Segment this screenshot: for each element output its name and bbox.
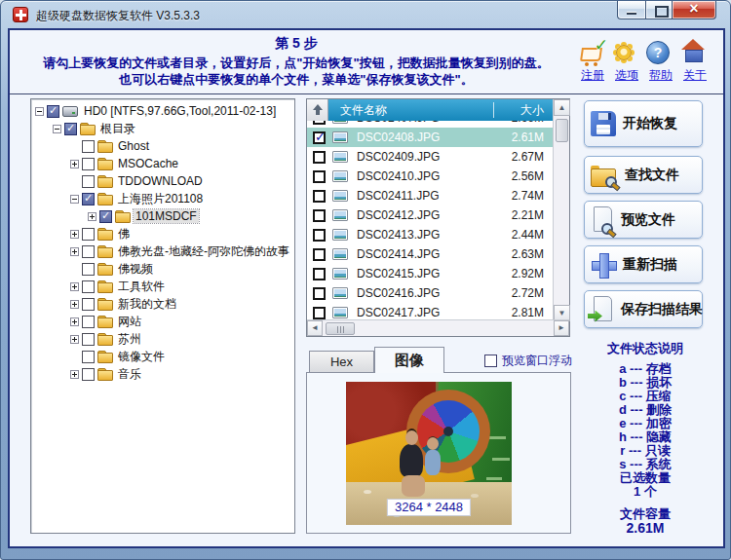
tree-checkbox[interactable] — [82, 245, 95, 258]
file-checkbox[interactable] — [313, 248, 326, 261]
expand-icon[interactable] — [88, 212, 96, 221]
tree-item[interactable]: 音乐 — [31, 365, 294, 383]
file-row[interactable]: DSC02410.JPG2.56M — [307, 167, 553, 186]
file-row[interactable]: DSC02411.JPG2.74M — [307, 186, 553, 205]
tree-checkbox[interactable] — [82, 158, 95, 170]
expand-icon[interactable] — [70, 370, 79, 379]
tree-item-label[interactable]: 佛视频 — [116, 261, 155, 278]
tree-checkbox[interactable] — [82, 351, 95, 363]
file-checkbox[interactable] — [313, 287, 326, 300]
file-row[interactable]: DSC02412.JPG2.21M — [307, 205, 553, 225]
tree-checkbox[interactable] — [82, 175, 95, 188]
tree-item-label[interactable]: Ghost — [116, 139, 151, 153]
tree-checkbox[interactable] — [82, 228, 95, 241]
tree-checkbox[interactable] — [64, 123, 77, 135]
scrollbar-thumb[interactable] — [326, 322, 355, 335]
tree-item[interactable]: 网站 — [31, 313, 294, 330]
file-row[interactable]: DSC02416.JPG2.72M — [307, 283, 553, 303]
minimize-button[interactable] — [617, 1, 645, 19]
file-checkbox[interactable] — [313, 268, 326, 280]
file-list[interactable]: 文件名称 大小 DSC02407.JPG2.66MDSC02408.JPG2.6… — [306, 98, 570, 337]
start-recovery-button[interactable]: 开始恢复 — [584, 100, 703, 147]
tree-item-label[interactable]: 镜像文件 — [116, 349, 167, 365]
expand-icon[interactable] — [70, 317, 79, 326]
tab-hex[interactable]: Hex — [309, 351, 374, 373]
tree-checkbox[interactable] — [82, 333, 95, 346]
rescan-button[interactable]: 重新扫描 — [584, 245, 703, 283]
tree-checkbox[interactable] — [82, 368, 95, 381]
tree-checkbox[interactable] — [82, 298, 95, 311]
horizontal-scrollbar[interactable]: ◄ ► — [307, 319, 569, 336]
folder-tree[interactable]: HD0 [NTFS,97.66G,Tool,2011-02-13]根目录Ghos… — [30, 98, 295, 534]
tree-checkbox[interactable] — [99, 210, 112, 223]
tree-item[interactable]: 镜像文件 — [31, 348, 294, 365]
tree-checkbox[interactable] — [82, 193, 95, 205]
help-link[interactable]: 帮助 — [645, 39, 676, 84]
tree-item-label[interactable]: 上海照片201108 — [116, 191, 205, 207]
scroll-right-icon[interactable]: ► — [554, 320, 569, 336]
tree-item-label[interactable]: 音乐 — [116, 366, 143, 383]
tree-item[interactable]: 苏州 — [31, 330, 294, 348]
register-link[interactable]: ✓注册 — [577, 39, 608, 84]
float-checkbox[interactable] — [484, 355, 497, 367]
expand-icon[interactable] — [70, 282, 79, 291]
column-header-size[interactable]: 大小 — [494, 102, 553, 119]
expand-icon[interactable] — [70, 160, 79, 168]
up-arrow-icon[interactable] — [307, 99, 328, 121]
tree-item[interactable]: 根目录 — [31, 120, 294, 137]
scroll-up-icon[interactable]: ▲ — [554, 99, 570, 116]
tree-checkbox[interactable] — [47, 105, 59, 118]
preview-file-button[interactable]: 预览文件 — [584, 201, 703, 239]
tree-checkbox[interactable] — [82, 140, 95, 153]
expand-icon[interactable] — [70, 335, 79, 344]
tree-checkbox[interactable] — [82, 263, 95, 276]
tree-item-label[interactable]: MSOCache — [116, 157, 180, 170]
expand-icon[interactable] — [70, 230, 79, 239]
collapse-icon[interactable] — [35, 107, 44, 116]
file-checkbox[interactable] — [313, 121, 326, 125]
tree-item[interactable]: 佛视频 — [31, 260, 294, 278]
tree-item-label[interactable]: 佛 — [116, 226, 132, 243]
title-bar[interactable]: 超级硬盘数据恢复软件 V3.5.3.3 — [1, 1, 730, 28]
scrollbar-thumb[interactable] — [556, 119, 568, 142]
save-scan-result-button[interactable]: 保存扫描结果 — [584, 290, 703, 328]
maximize-button[interactable] — [645, 1, 673, 19]
tree-item-label[interactable]: 佛教光盘-地藏经-阿弥陀佛的故事 — [116, 243, 291, 260]
find-file-button[interactable]: 查找文件 — [584, 156, 703, 194]
column-header-name[interactable]: 文件名称 — [328, 102, 493, 119]
file-checkbox[interactable] — [313, 151, 326, 164]
preview-float-option[interactable]: 预览窗口浮动 — [484, 353, 572, 369]
file-row[interactable]: DSC02408.JPG2.61M — [307, 128, 553, 147]
tab-image[interactable]: 图像 — [374, 347, 444, 373]
tree-item[interactable]: 佛教光盘-地藏经-阿弥陀佛的故事 — [31, 243, 294, 260]
close-button[interactable] — [673, 1, 716, 19]
tree-item[interactable]: 佛 — [31, 225, 294, 243]
file-row[interactable]: DSC02415.JPG2.92M — [307, 264, 553, 283]
collapse-icon[interactable] — [70, 195, 79, 204]
tree-item[interactable]: MSOCache — [31, 155, 294, 172]
scroll-left-icon[interactable]: ◄ — [307, 320, 323, 336]
tree-item-label[interactable]: 根目录 — [98, 121, 137, 137]
expand-icon[interactable] — [70, 247, 79, 256]
tree-item[interactable]: TDDOWNLOAD — [31, 172, 294, 190]
file-checkbox[interactable] — [313, 229, 326, 242]
file-row[interactable]: DSC02409.JPG2.67M — [307, 147, 553, 167]
tree-item-label[interactable]: HD0 [NTFS,97.66G,Tool,2011-02-13] — [82, 104, 278, 118]
file-checkbox[interactable] — [313, 131, 326, 144]
tree-item-label[interactable]: TDDOWNLOAD — [116, 174, 205, 188]
expand-icon[interactable] — [70, 300, 79, 309]
tree-item[interactable]: 工具软件 — [31, 278, 294, 295]
file-row[interactable]: DSC02414.JPG2.63M — [307, 244, 553, 264]
file-checkbox[interactable] — [313, 190, 326, 203]
tree-checkbox[interactable] — [82, 280, 95, 293]
file-row[interactable]: DSC02407.JPG2.66M — [307, 121, 553, 128]
file-checkbox[interactable] — [313, 307, 326, 319]
file-checkbox[interactable] — [313, 209, 326, 222]
tree-item-label[interactable]: 苏州 — [116, 331, 143, 348]
tree-item-label[interactable]: 网站 — [116, 314, 143, 330]
tree-checkbox[interactable] — [82, 316, 95, 328]
tree-item-label[interactable]: 101MSDCF — [134, 209, 199, 223]
tree-item-label[interactable]: 工具软件 — [116, 279, 167, 295]
file-checkbox[interactable] — [313, 170, 326, 183]
collapse-icon[interactable] — [53, 125, 61, 133]
